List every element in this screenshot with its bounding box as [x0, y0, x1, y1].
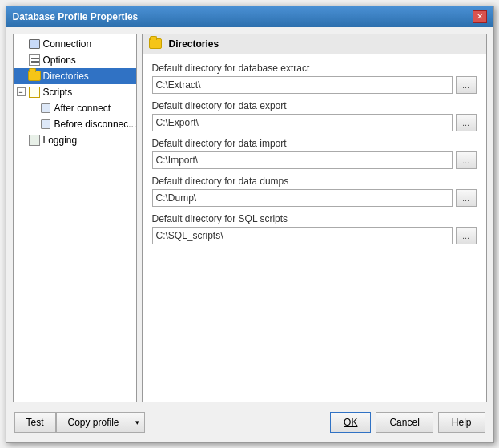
tree-label-connection: Connection — [43, 38, 92, 50]
folder-icon — [28, 70, 41, 83]
tree-item-directories[interactable]: Directories — [14, 68, 136, 84]
title-bar: Database Profile Properties ✕ — [6, 6, 493, 27]
browse-btn-import[interactable]: ... — [456, 151, 477, 169]
tree-item-logging[interactable]: Logging — [14, 132, 136, 148]
help-button[interactable]: Help — [438, 412, 485, 433]
close-button[interactable]: ✕ — [473, 10, 487, 23]
right-panel: Directories Default directory for databa… — [142, 34, 487, 402]
label-import: Default directory for data import — [152, 138, 477, 149]
tree-label-after-connect: After connect — [54, 103, 111, 114]
label-extract: Default directory for database extract — [152, 63, 477, 74]
copy-profile-arrow-button[interactable]: ▾ — [131, 412, 145, 433]
bottom-left-buttons: Test Copy profile ▾ — [14, 412, 145, 433]
tree-label-logging: Logging — [43, 135, 78, 146]
tree-label-options: Options — [43, 54, 76, 66]
options-icon — [28, 54, 41, 67]
window-body: Connection Options Directories — [6, 27, 493, 442]
bottom-right-buttons: OK Cancel Help — [330, 412, 485, 433]
input-import[interactable] — [152, 151, 453, 169]
tree-item-scripts[interactable]: − Scripts — [14, 84, 136, 100]
tree-item-options[interactable]: Options — [14, 52, 136, 68]
tree-label-scripts: Scripts — [43, 87, 73, 98]
label-dumps: Default directory for data dumps — [152, 176, 477, 187]
field-row-sql-scripts: ... — [152, 227, 477, 244]
tree-item-connection[interactable]: Connection — [14, 36, 136, 52]
title-bar-controls: ✕ — [473, 10, 487, 23]
field-group-dumps: Default directory for data dumps ... — [152, 176, 477, 207]
right-panel-container: Directories Default directory for databa… — [142, 34, 487, 402]
field-group-import: Default directory for data import ... — [152, 138, 477, 169]
logging-icon — [28, 134, 41, 147]
tree-item-after-connect[interactable]: After connect — [14, 100, 136, 116]
main-window: Database Profile Properties ✕ Connection — [6, 6, 494, 443]
ok-button[interactable]: OK — [330, 412, 371, 433]
field-group-extract: Default directory for database extract .… — [152, 63, 477, 94]
expand-scripts-icon[interactable]: − — [17, 87, 26, 96]
browse-btn-export[interactable]: ... — [456, 114, 477, 131]
field-row-dumps: ... — [152, 189, 477, 207]
after-connect-icon — [39, 102, 52, 115]
tree-item-before-disconnect[interactable]: Before disconnec... — [14, 116, 136, 132]
panel-header-title: Directories — [169, 38, 219, 50]
panel-body: Default directory for database extract .… — [143, 54, 486, 402]
scripts-icon — [28, 86, 41, 99]
copy-profile-button[interactable]: Copy profile — [56, 412, 131, 433]
window-title: Database Profile Properties — [13, 11, 139, 22]
field-group-export: Default directory for data export ... — [152, 100, 477, 131]
field-row-export: ... — [152, 114, 477, 131]
bottom-bar: Test Copy profile ▾ OK Cancel Help — [13, 409, 487, 436]
connection-icon — [28, 38, 41, 50]
cancel-button[interactable]: Cancel — [376, 412, 433, 433]
tree-label-directories: Directories — [43, 71, 89, 82]
tree-label-before-disconnect: Before disconnec... — [54, 119, 137, 130]
input-export[interactable] — [152, 114, 453, 131]
browse-btn-sql-scripts[interactable]: ... — [456, 227, 477, 244]
browse-btn-dumps[interactable]: ... — [456, 189, 477, 207]
before-disconnect-icon — [39, 118, 52, 131]
input-dumps[interactable] — [152, 189, 453, 207]
main-content: Connection Options Directories — [13, 34, 487, 402]
panel-header-folder-icon — [149, 38, 162, 50]
field-group-sql-scripts: Default directory for SQL scripts ... — [152, 213, 477, 244]
input-extract[interactable] — [152, 76, 453, 94]
field-row-import: ... — [152, 151, 477, 169]
test-button[interactable]: Test — [14, 412, 56, 433]
panel-header: Directories — [143, 34, 486, 54]
label-sql-scripts: Default directory for SQL scripts — [152, 213, 477, 224]
field-row-extract: ... — [152, 76, 477, 94]
input-sql-scripts[interactable] — [152, 227, 453, 244]
label-export: Default directory for data export — [152, 100, 477, 111]
browse-btn-extract[interactable]: ... — [456, 76, 477, 94]
tree-panel: Connection Options Directories — [13, 34, 137, 402]
